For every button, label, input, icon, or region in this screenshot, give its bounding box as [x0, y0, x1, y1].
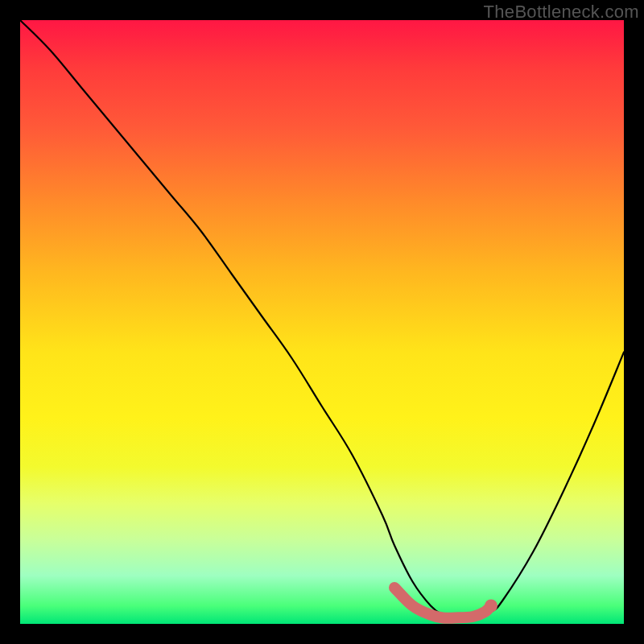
bottleneck-curve	[20, 20, 624, 618]
watermark-text: TheBottleneck.com	[484, 2, 639, 23]
chart-svg	[20, 20, 624, 624]
optimal-range-highlight	[394, 588, 491, 618]
chart-frame: TheBottleneck.com	[0, 0, 644, 644]
optimal-point-marker	[485, 600, 497, 613]
plot-area	[20, 20, 624, 624]
